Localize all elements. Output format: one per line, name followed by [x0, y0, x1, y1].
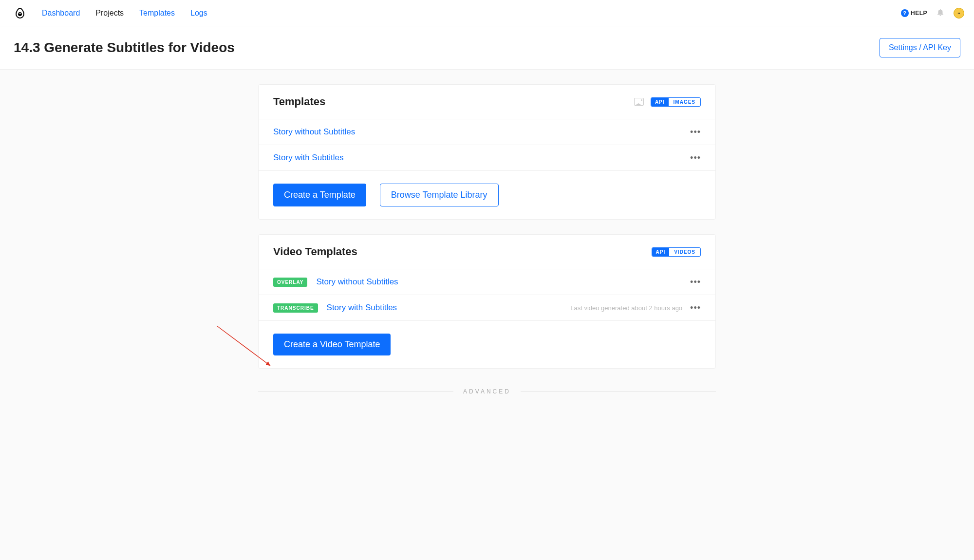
annotation-arrow [214, 321, 282, 379]
nav-item-projects[interactable]: Projects [95, 9, 124, 18]
divider-line [521, 392, 716, 392]
video-templates-panel-title: Video Templates [273, 245, 357, 258]
api-videos-pill[interactable]: API VIDEOS [652, 247, 701, 257]
content-area: Templates API IMAGES Story without Subti… [0, 70, 974, 560]
nav-item-logs[interactable]: Logs [190, 9, 207, 18]
svg-point-2 [20, 13, 21, 14]
topbar: Dashboard Projects Templates Logs ? HELP… [0, 0, 974, 26]
nav-item-templates[interactable]: Templates [139, 9, 175, 18]
browse-template-library-button[interactable]: Browse Template Library [380, 184, 499, 206]
pill-images: IMAGES [669, 98, 700, 106]
help-button[interactable]: ? HELP [901, 9, 927, 17]
page-header: 14.3 Generate Subtitles for Videos Setti… [0, 26, 974, 70]
template-row: Story with Subtitles ••• [259, 145, 715, 170]
pill-api: API [652, 248, 670, 256]
help-icon: ? [901, 9, 909, 17]
divider-line [258, 392, 453, 392]
video-template-link[interactable]: Story with Subtitles [327, 303, 397, 313]
create-video-template-button[interactable]: Create a Video Template [273, 334, 391, 355]
image-icon [634, 98, 644, 106]
video-templates-panel-head: Video Templates API VIDEOS [259, 235, 715, 269]
templates-actions: Create a Template Browse Template Librar… [259, 170, 715, 219]
transcribe-badge: TRANSCRIBE [273, 303, 318, 313]
video-template-meta: Last video generated about 2 hours ago [570, 304, 682, 312]
svg-point-1 [19, 13, 20, 14]
svg-line-3 [217, 326, 270, 366]
templates-head-right: API IMAGES [634, 97, 701, 107]
video-templates-head-right: API VIDEOS [652, 247, 701, 257]
video-template-row: TRANSCRIBE Story with Subtitles Last vid… [259, 295, 715, 320]
more-icon[interactable]: ••• [690, 303, 701, 312]
video-templates-panel: Video Templates API VIDEOS OVERLAY Story… [258, 234, 716, 369]
more-icon[interactable]: ••• [690, 278, 701, 286]
app-logo[interactable] [14, 7, 26, 19]
settings-api-key-button[interactable]: Settings / API Key [880, 38, 960, 57]
svg-point-0 [18, 12, 22, 16]
nav-right: ? HELP •• [901, 8, 964, 19]
pill-api: API [651, 98, 669, 106]
nav-item-dashboard[interactable]: Dashboard [42, 9, 80, 18]
advanced-divider: ADVANCED [258, 388, 716, 395]
avatar[interactable]: •• [954, 8, 964, 19]
overlay-badge: OVERLAY [273, 278, 307, 287]
template-row: Story without Subtitles ••• [259, 119, 715, 145]
more-icon[interactable]: ••• [690, 153, 701, 162]
create-template-button[interactable]: Create a Template [273, 184, 366, 206]
video-template-row: OVERLAY Story without Subtitles ••• [259, 269, 715, 295]
advanced-label: ADVANCED [463, 388, 511, 395]
video-templates-actions: Create a Video Template [259, 320, 715, 368]
pill-videos: VIDEOS [669, 248, 700, 256]
page-title: 14.3 Generate Subtitles for Videos [14, 40, 235, 56]
nav-left: Dashboard Projects Templates Logs [14, 7, 207, 19]
nav-links: Dashboard Projects Templates Logs [42, 9, 207, 18]
more-icon[interactable]: ••• [690, 128, 701, 136]
template-link[interactable]: Story without Subtitles [273, 127, 355, 137]
video-template-link[interactable]: Story without Subtitles [316, 277, 398, 287]
help-label: HELP [911, 10, 927, 17]
bell-icon[interactable] [936, 8, 945, 19]
api-images-pill[interactable]: API IMAGES [651, 97, 701, 107]
templates-panel-title: Templates [273, 95, 325, 108]
templates-panel-head: Templates API IMAGES [259, 85, 715, 119]
templates-panel: Templates API IMAGES Story without Subti… [258, 84, 716, 220]
template-link[interactable]: Story with Subtitles [273, 153, 344, 163]
